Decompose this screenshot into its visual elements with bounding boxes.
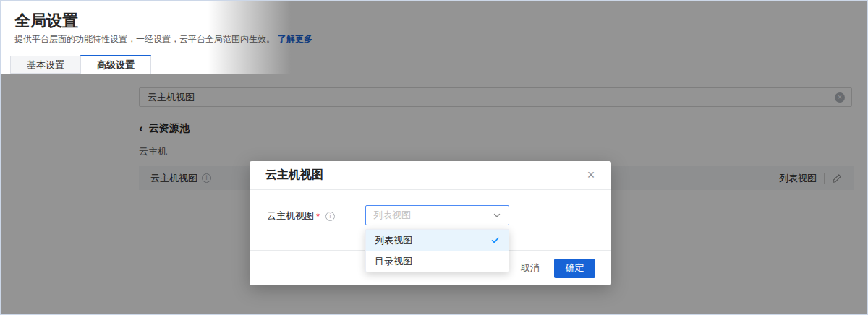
view-select[interactable]: 列表视图 bbox=[365, 205, 509, 225]
cancel-button[interactable]: 取消 bbox=[514, 257, 547, 279]
page-title: 全局设置 bbox=[14, 10, 78, 32]
field-label: 云主机视图 * i bbox=[267, 210, 335, 223]
check-icon bbox=[490, 236, 500, 245]
tab-bar: 基本设置 高级设置 bbox=[1, 56, 867, 74]
confirm-button[interactable]: 确定 bbox=[554, 259, 595, 278]
learn-more-link[interactable]: 了解更多 bbox=[278, 34, 312, 44]
field-label-text: 云主机视图 bbox=[267, 210, 314, 223]
select-value: 列表视图 bbox=[373, 209, 411, 222]
dropdown-option-directory-view[interactable]: 目录视图 bbox=[366, 251, 509, 272]
option-label: 目录视图 bbox=[375, 255, 412, 268]
chevron-down-icon bbox=[493, 211, 501, 220]
required-mark: * bbox=[316, 211, 320, 222]
page-subtitle: 提供平台层面的功能特性设置，一经设置，云平台全局范围内生效。了解更多 bbox=[14, 33, 312, 46]
app-window: 全局设置 提供平台层面的功能特性设置，一经设置，云平台全局范围内生效。了解更多 … bbox=[0, 0, 868, 315]
tab-basic-settings[interactable]: 基本设置 bbox=[10, 56, 80, 74]
tab-advanced-settings[interactable]: 高级设置 bbox=[80, 55, 151, 74]
info-icon: i bbox=[326, 212, 335, 221]
modal-header: 云主机视图 bbox=[250, 161, 611, 190]
page-subtitle-text: 提供平台层面的功能特性设置，一经设置，云平台全局范围内生效。 bbox=[14, 34, 275, 44]
select-dropdown: 列表视图 目录视图 bbox=[365, 229, 509, 272]
modal-title: 云主机视图 bbox=[265, 168, 323, 183]
close-icon[interactable]: × bbox=[584, 168, 598, 182]
option-label: 列表视图 bbox=[375, 234, 412, 247]
dropdown-option-list-view[interactable]: 列表视图 bbox=[366, 230, 509, 251]
modal-dialog: 云主机视图 × 云主机视图 * i 列表视图 列表视图 bbox=[250, 161, 611, 285]
